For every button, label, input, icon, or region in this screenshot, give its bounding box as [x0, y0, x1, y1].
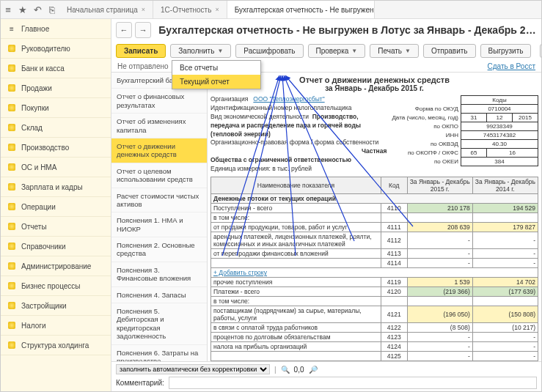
table-row: 4125--	[211, 352, 538, 361]
table-row: + Добавить строку	[211, 268, 538, 278]
sidebar-item[interactable]: Покупки	[1, 98, 111, 118]
submit-link[interactable]: Сдать в Росст	[488, 62, 535, 70]
footer: заполнить автоматически без корректировк…	[111, 361, 541, 391]
report-area: Отчет о движении денежных средств за Янв…	[208, 73, 541, 361]
sidebar-item[interactable]: Бизнес процессы	[1, 276, 111, 296]
zoom-out-icon[interactable]: 🔍	[281, 366, 290, 374]
top-bar: ≡ ★ ↶ ⎘ Начальная страница×1С-Отчетность…	[1, 1, 541, 19]
dd-current-report[interactable]: Текущий отчет	[172, 75, 260, 89]
sidebar-item[interactable]: Отчеты	[1, 217, 111, 237]
sidebar-item[interactable]: Склад	[1, 118, 111, 138]
sidebar-item[interactable]: Администрирование	[1, 256, 111, 276]
zoom-in-icon[interactable]: 🔎	[309, 366, 318, 374]
sidebar-item[interactable]: Зарплата и кадры	[1, 177, 111, 197]
more-button[interactable]: Еще▼	[540, 44, 541, 58]
menu-icon[interactable]: ≡	[1, 2, 15, 17]
add-row-link[interactable]: + Добавить строку	[211, 268, 538, 278]
table-row: процентов по долговым обязательствам4123…	[211, 333, 538, 342]
table-row: в связи с оплатой труда работников4122(8…	[211, 323, 538, 333]
section-item[interactable]: Отчет об изменениях капитала	[111, 114, 207, 138]
table-row: прочие поступления41191 53914 702	[211, 278, 538, 287]
nav-back-button[interactable]: ←	[116, 22, 132, 38]
sidebar-item[interactable]: Налоги	[1, 316, 111, 336]
page-title: Бухгалтерская отчетность - Не выгружен в…	[158, 24, 537, 36]
report-header-left: Организация ООО "Теплоэнергосбыт" Иденти…	[210, 95, 387, 174]
section-item[interactable]: Отчет о финансовых результатах	[111, 89, 207, 114]
send-button[interactable]: Отправить	[423, 44, 476, 58]
dd-all-reports[interactable]: Все отчеты	[172, 61, 260, 75]
sidebar-item[interactable]: Продажи	[1, 78, 111, 98]
table-row: поставщикам (подрядчикам) за сырье, мате…	[211, 306, 538, 323]
report-codes: Коды Форма по ОКУД0710004 Дата (число, м…	[389, 95, 538, 174]
org-link[interactable]: ООО "Теплоэнергосбыт"	[253, 95, 324, 103]
nav-fwd-button[interactable]: →	[135, 22, 151, 38]
fill-button[interactable]: Заполнить▼	[170, 44, 231, 58]
table-row: арендных платежей, лицензионных платежей…	[211, 232, 538, 249]
tab[interactable]: Начальная страница×	[59, 1, 153, 18]
section-item[interactable]: Отчет о целевом использовании средств	[111, 163, 207, 188]
section-item[interactable]: Пояснения 6. Затраты на производство	[111, 345, 207, 361]
table-row: в том числе:	[211, 297, 538, 306]
table-row: от перепродажи финансовых вложений4113--	[211, 249, 538, 259]
table-row: Поступления - всего4110210 178194 529	[211, 204, 538, 213]
auto-fill-select[interactable]: заполнить автоматически без корректировк…	[116, 364, 270, 374]
tab[interactable]: 1С-Отчетность×	[153, 1, 227, 18]
sidebar-item[interactable]: Операции	[1, 197, 111, 217]
upload-button[interactable]: Выгрузить	[480, 44, 532, 58]
table-row: Платежи - всего4120(219 366)(177 639)	[211, 287, 538, 297]
table-row: налога на прибыль организаций4124--	[211, 342, 538, 352]
table-row: 4114--	[211, 259, 538, 268]
section-item[interactable]: Пояснения 5. Дебиторская и кредиторская …	[111, 303, 207, 345]
section-list: Бухгалтерский балаОтчет о финансовых рез…	[111, 73, 208, 361]
print-button[interactable]: Печать▼	[370, 44, 419, 58]
decode-button[interactable]: Расшифровать	[235, 44, 303, 58]
sidebar-item[interactable]: ОС и НМА	[1, 158, 111, 177]
comment-input[interactable]	[169, 377, 537, 389]
tabs: Начальная страница×1С-Отчетность×Бухгалт…	[59, 1, 375, 18]
section-item[interactable]: Пояснения 3. Финансовые вложения	[111, 262, 207, 287]
check-button[interactable]: Проверка▼	[308, 44, 366, 58]
star-icon[interactable]: ★	[15, 2, 30, 17]
sidebar-item[interactable]: Справочники	[1, 237, 111, 256]
report-table: Наименование показателя Код За Январь - …	[210, 177, 538, 361]
sidebar-item[interactable]: Производство	[1, 138, 111, 158]
fill-dropdown: Все отчеты Текущий отчет	[172, 60, 261, 89]
copy-icon[interactable]: ⎘	[45, 2, 59, 17]
sidebar-item[interactable]: Структура холдинга	[1, 336, 111, 355]
section-item[interactable]: Расчет стоимости чистых активов	[111, 188, 207, 213]
sidebar-item[interactable]: Банк и касса	[1, 59, 111, 78]
comment-label: Комментарий:	[116, 379, 164, 387]
sidebar: ≡ГлавноеРуководителюБанк и кассаПродажиП…	[1, 19, 111, 391]
section-item[interactable]: Пояснения 2. Основные средства	[111, 237, 207, 262]
tab[interactable]: Бухгалтерская отчетность - Не выгружен в…	[227, 1, 375, 18]
sidebar-item[interactable]: Застройщики	[1, 296, 111, 316]
section-item[interactable]: Пояснения 1. НМА и НИОКР	[111, 212, 207, 237]
section-item[interactable]: Пояснения 4. Запасы	[111, 287, 207, 303]
section-item[interactable]: Отчет о движении денежных средств	[111, 138, 207, 163]
table-row: в том числе:	[211, 213, 538, 223]
sidebar-item[interactable]: Руководителю	[1, 39, 111, 59]
send-status: Не отправлено	[117, 62, 169, 70]
table-row: от продажи продукции, товаров, работ и у…	[211, 223, 538, 232]
toolbar: Записать Заполнить▼ Расшифровать Проверк…	[111, 41, 541, 61]
sidebar-item[interactable]: ≡Главное	[1, 19, 111, 39]
back-icon[interactable]: ↶	[30, 2, 45, 17]
save-button[interactable]: Записать	[116, 44, 166, 58]
